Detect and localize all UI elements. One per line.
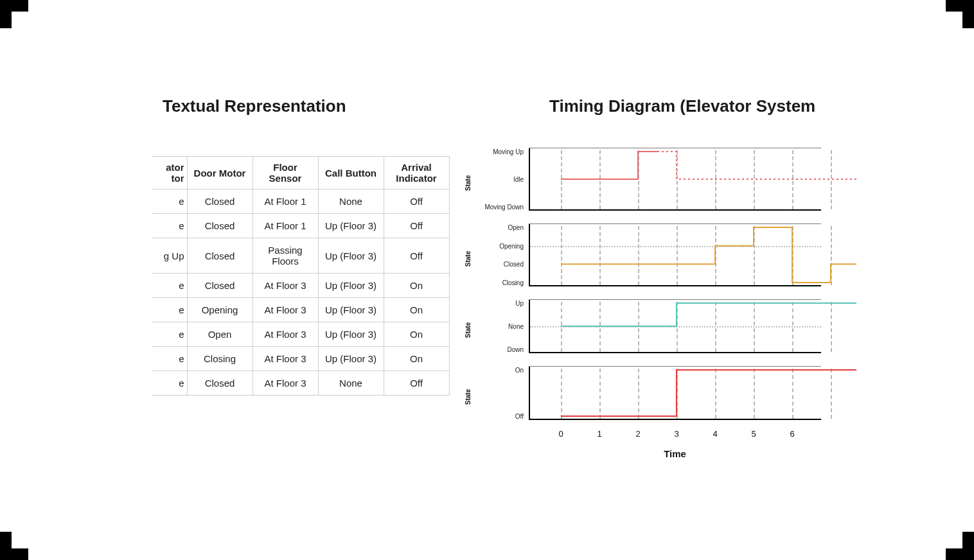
series-line	[529, 366, 821, 420]
x-tick: 3	[674, 429, 678, 439]
table-cell: Off	[384, 371, 449, 396]
state-label: On	[515, 367, 529, 374]
table-cell: Closed	[187, 214, 252, 238]
x-tick: 2	[635, 429, 640, 439]
state-label: Off	[515, 413, 529, 420]
table-cell: At Floor 3	[252, 274, 318, 298]
table-cell: Closed	[187, 274, 252, 298]
table-cell: e	[152, 347, 187, 371]
series-line	[529, 223, 821, 286]
x-tick: 1	[597, 429, 601, 439]
table-cell: e	[152, 371, 187, 396]
table-cell: At Floor 3	[252, 347, 318, 371]
table-cell: Off	[384, 189, 449, 214]
table-row: eClosedAt Floor 1NoneOff	[152, 189, 449, 214]
table-cell: g Up	[152, 238, 187, 274]
x-tick: 6	[790, 429, 794, 439]
x-axis-ticks: 0123456	[529, 429, 821, 442]
table-cell: e	[152, 214, 187, 238]
content-card: Textual Representation Timing Diagram (E…	[19, 19, 955, 541]
state-label: Idle	[513, 176, 529, 183]
table-row: g UpClosedPassingFloorsUp (Floor 3)Off	[152, 238, 449, 274]
corner-mark	[962, 0, 974, 28]
y-axis-label: State	[465, 389, 472, 405]
page-root: Textual Representation Timing Diagram (E…	[0, 0, 974, 560]
chart-call-button: State UpNoneDown	[461, 299, 821, 361]
state-label: Down	[507, 346, 529, 353]
table-cell: Closed	[187, 371, 252, 396]
table-cell: Up (Floor 3)	[318, 347, 384, 371]
x-tick: 4	[713, 429, 717, 439]
table-cell: On	[384, 322, 449, 347]
state-label: Closed	[504, 261, 529, 268]
table-row: eClosedAt Floor 1Up (Floor 3)Off	[152, 214, 449, 238]
table-cell: On	[384, 274, 449, 298]
x-tick: 5	[751, 429, 756, 439]
table-row: eOpenAt Floor 3Up (Floor 3)On	[152, 322, 449, 347]
timing-diagram: State Moving UpIdleMoving Down State Ope…	[461, 148, 821, 459]
table-cell: On	[384, 347, 449, 371]
series-line	[529, 148, 821, 211]
table-cell: At Floor 3	[252, 298, 318, 322]
table-cell: On	[384, 298, 449, 322]
table-header: Arrival Indicator	[384, 157, 449, 189]
table-cell: Up (Floor 3)	[318, 274, 384, 298]
state-label: Up	[515, 300, 529, 307]
table-cell: At Floor 3	[252, 322, 318, 347]
table-cell: Closed	[187, 189, 252, 214]
chart-elevator-motor: State Moving UpIdleMoving Down	[461, 148, 821, 218]
state-label: None	[508, 323, 529, 330]
table-cell: Closing	[187, 347, 252, 371]
table-cell: Opening	[187, 298, 252, 322]
state-label: Moving Up	[493, 148, 529, 155]
state-label: Moving Down	[484, 204, 529, 211]
table-cell: None	[318, 371, 384, 396]
table-cell: Off	[384, 238, 449, 274]
table-cell: At Floor 3	[252, 371, 318, 396]
table-row: eClosingAt Floor 3Up (Floor 3)On	[152, 347, 449, 371]
state-label: Open	[508, 224, 529, 231]
y-axis-label: State	[465, 251, 472, 267]
y-axis-label: State	[465, 175, 472, 191]
x-tick: 0	[558, 429, 563, 439]
corner-mark	[962, 532, 974, 560]
series-line	[529, 299, 821, 353]
table-row: eClosedAt Floor 3Up (Floor 3)On	[152, 274, 449, 298]
table-cell: Up (Floor 3)	[318, 238, 384, 274]
table-cell: PassingFloors	[252, 238, 318, 274]
chart-door-motor: State OpenOpeningClosedClosing	[461, 223, 821, 294]
table-cell: Off	[384, 214, 449, 238]
corner-mark	[0, 532, 12, 560]
table-cell: Up (Floor 3)	[318, 298, 384, 322]
corner-mark	[0, 0, 12, 28]
state-label: Closing	[502, 279, 529, 286]
table-header: atortor	[152, 157, 187, 189]
table-row: eClosedAt Floor 3NoneOff	[152, 371, 449, 396]
table-cell: e	[152, 274, 187, 298]
table-cell: e	[152, 298, 187, 322]
table-cell: None	[318, 189, 384, 214]
table-cell: Up (Floor 3)	[318, 214, 384, 238]
state-label: Opening	[499, 242, 529, 249]
state-table: atortorDoor MotorFloor SensorCall Button…	[152, 156, 449, 396]
table-cell: e	[152, 322, 187, 347]
table-cell: Open	[187, 322, 252, 347]
table-row: eOpeningAt Floor 3Up (Floor 3)On	[152, 298, 449, 322]
x-axis-title: Time	[529, 448, 821, 459]
section-title-right: Timing Diagram (Elevator System	[549, 96, 815, 116]
table-cell: Closed	[187, 238, 252, 274]
chart-arrival-indicator: State OnOff	[461, 366, 821, 428]
table-header: Door Motor	[187, 157, 252, 189]
table-cell: Up (Floor 3)	[318, 322, 384, 347]
table-cell: e	[152, 189, 187, 214]
y-axis-label: State	[465, 322, 472, 338]
table-cell: At Floor 1	[252, 189, 318, 214]
table-cell: At Floor 1	[252, 214, 318, 238]
table-header: Floor Sensor	[252, 157, 318, 189]
table-header: Call Button	[318, 157, 384, 189]
section-title-left: Textual Representation	[163, 96, 346, 116]
